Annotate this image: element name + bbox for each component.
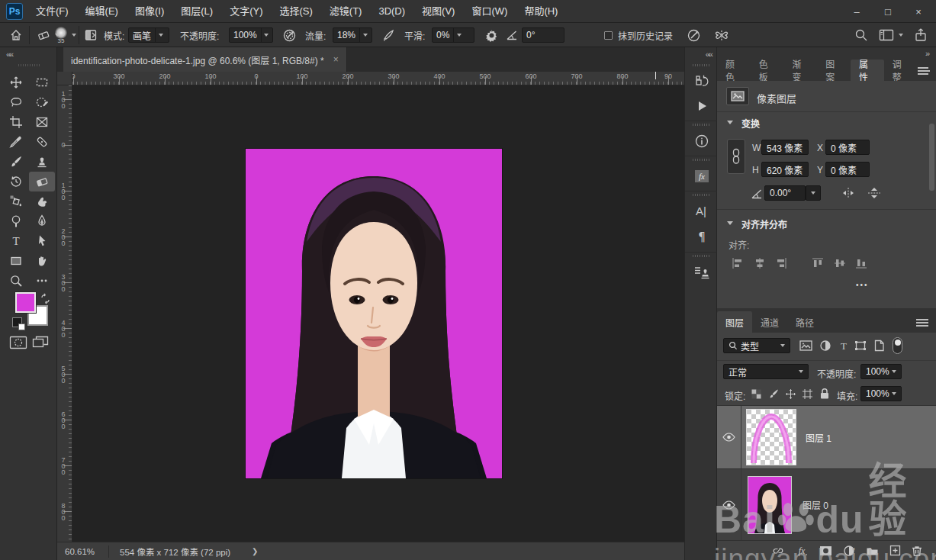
menu-window[interactable]: 窗口(W)	[463, 0, 516, 23]
menu-file[interactable]: 文件(F)	[27, 0, 77, 23]
paint-symmetry-button[interactable]	[714, 23, 729, 47]
tab-swatches[interactable]: 色板	[751, 60, 784, 81]
smoothing-options-button[interactable]	[485, 23, 498, 47]
search-button[interactable]	[854, 23, 868, 47]
smoothing-select[interactable]: 0%	[432, 23, 474, 47]
brush-angle-input[interactable]: 0°	[522, 23, 564, 47]
add-layer-mask-icon[interactable]	[819, 546, 832, 556]
align-left-icon[interactable]	[731, 256, 745, 270]
history-panel-button[interactable]	[685, 70, 718, 93]
align-top-icon[interactable]	[811, 256, 825, 270]
tab-layers[interactable]: 图层	[717, 311, 752, 333]
status-chevron-icon[interactable]: ❯	[252, 547, 258, 555]
layer-row-1[interactable]: 图层 1	[717, 406, 936, 468]
layer-thumbnail[interactable]	[746, 409, 796, 465]
edit-toolbar-button[interactable]	[29, 271, 55, 291]
screen-mode-button[interactable]	[32, 336, 49, 349]
zoom-level[interactable]: 60.61%	[65, 547, 95, 556]
vertical-ruler[interactable]: 100 0 100 200 300 400 500 600 700 800	[57, 85, 72, 560]
lock-pixels-icon[interactable]	[768, 388, 780, 400]
pressure-opacity-button[interactable]	[282, 23, 297, 47]
tool-crop[interactable]	[3, 112, 29, 132]
menu-image[interactable]: 图像(I)	[127, 0, 172, 23]
collapse-tools-button[interactable]: ««	[6, 50, 12, 59]
info-panel-button[interactable]	[685, 130, 718, 153]
tool-rectangle-shape[interactable]	[3, 251, 29, 271]
menu-select[interactable]: 选择(S)	[271, 0, 320, 23]
menu-layer[interactable]: 图层(L)	[172, 0, 221, 23]
section-caret-icon[interactable]	[727, 221, 733, 225]
airbrush-button[interactable]	[381, 23, 396, 47]
tool-frame[interactable]	[29, 112, 55, 132]
filter-adjustment-layers-icon[interactable]	[819, 340, 831, 352]
filter-smart-objects-icon[interactable]	[873, 340, 885, 352]
styles-panel-button[interactable]: fx	[685, 165, 718, 188]
blend-mode-select[interactable]: 正常	[723, 364, 809, 379]
width-input[interactable]: 543 像素	[761, 140, 809, 155]
tool-dodge[interactable]	[3, 211, 29, 231]
align-center-horizontal-icon[interactable]	[753, 256, 767, 270]
tool-path-selection[interactable]	[29, 231, 55, 251]
lock-transparency-icon[interactable]	[751, 389, 761, 399]
id-photo-image[interactable]	[246, 149, 502, 478]
tool-hand[interactable]	[29, 251, 55, 271]
default-colors-button[interactable]	[12, 317, 22, 327]
tool-clone-stamp[interactable]	[29, 152, 55, 172]
lock-all-icon[interactable]	[819, 388, 830, 400]
align-bottom-icon[interactable]	[854, 256, 868, 270]
layer-filter-toggle[interactable]	[893, 337, 902, 354]
tool-brush[interactable]	[3, 152, 29, 172]
layer-thumbnail[interactable]	[748, 476, 792, 534]
flow-select[interactable]: 18%	[333, 23, 372, 47]
share-button[interactable]	[914, 23, 928, 47]
layer-row-0[interactable]: 图层 0	[717, 468, 936, 540]
tool-rectangular-marquee[interactable]	[29, 72, 55, 92]
properties-scrollbar[interactable]	[929, 124, 934, 191]
fill-input[interactable]: 100%	[860, 386, 902, 401]
tab-close-icon[interactable]: ×	[333, 54, 339, 65]
tool-lasso[interactable]	[3, 92, 29, 112]
swap-colors-button[interactable]	[40, 293, 51, 304]
tool-pen[interactable]	[29, 211, 55, 231]
panel-menu-icon[interactable]	[918, 67, 928, 75]
menu-filter[interactable]: 滤镜(T)	[321, 0, 371, 23]
tab-color[interactable]: 颜色	[717, 60, 751, 81]
flip-vertical-icon[interactable]	[867, 186, 882, 200]
mode-select[interactable]: 画笔	[128, 23, 169, 47]
menu-help[interactable]: 帮助(H)	[516, 0, 566, 23]
new-layer-icon[interactable]	[889, 545, 901, 556]
close-button[interactable]: ×	[901, 0, 936, 23]
erase-history-checkbox[interactable]: 抹到历史记录	[604, 23, 673, 47]
tool-move[interactable]	[3, 72, 29, 92]
layer-opacity-input[interactable]: 100%	[860, 364, 902, 379]
tool-object-selection[interactable]	[29, 92, 55, 112]
flip-horizontal-icon[interactable]	[841, 186, 856, 200]
tab-properties[interactable]: 属性	[851, 60, 884, 81]
tab-gradients[interactable]: 渐变	[784, 60, 818, 81]
filter-shape-layers-icon[interactable]	[854, 340, 867, 352]
menu-edit[interactable]: 编辑(E)	[77, 0, 127, 23]
layer-name[interactable]: 图层 0	[803, 498, 828, 511]
tool-type[interactable]: T	[3, 231, 29, 251]
clone-source-panel-button[interactable]	[685, 261, 718, 284]
minimize-button[interactable]: –	[839, 0, 874, 23]
filter-pixel-layers-icon[interactable]	[799, 340, 812, 351]
lock-position-icon[interactable]	[785, 388, 796, 400]
align-more-button[interactable]: •••	[856, 281, 869, 289]
tool-eyedropper[interactable]	[3, 132, 29, 152]
layer-filter-select[interactable]: 类型	[723, 338, 790, 353]
angle-dropdown-button[interactable]	[806, 185, 821, 201]
menu-type[interactable]: 文字(Y)	[221, 0, 271, 23]
align-center-vertical-icon[interactable]	[833, 256, 847, 270]
actions-panel-button[interactable]	[685, 95, 718, 117]
ruler-origin[interactable]	[57, 72, 72, 85]
height-input[interactable]: 620 像素	[761, 162, 809, 177]
new-group-icon[interactable]	[866, 546, 879, 556]
character-panel-button[interactable]: A|	[685, 200, 718, 223]
rotate-angle-input[interactable]: 0.00°	[764, 185, 806, 201]
link-dimensions-button[interactable]	[727, 139, 745, 174]
layer-visibility-cell[interactable]	[717, 406, 741, 468]
tool-paint-bucket[interactable]	[3, 191, 29, 211]
tab-paths[interactable]: 路径	[787, 311, 822, 333]
paragraph-panel-button[interactable]: ¶	[685, 226, 718, 249]
